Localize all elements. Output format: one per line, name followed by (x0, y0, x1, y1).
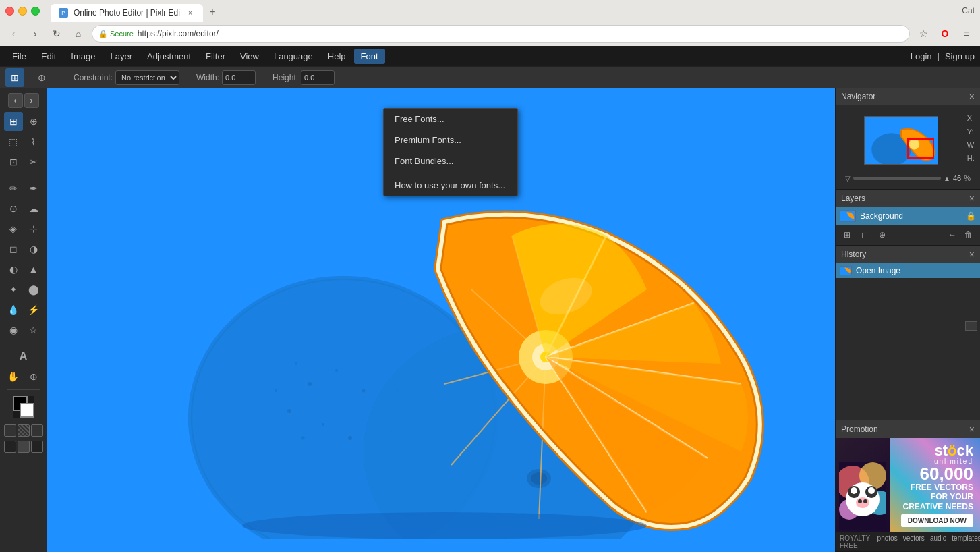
svg-point-39 (868, 487, 875, 494)
layer-mask-button[interactable]: ◻ (857, 227, 872, 242)
constraint-select[interactable]: No restriction (115, 70, 179, 85)
promo-photos-link[interactable]: photos (877, 534, 898, 549)
zoom-tool-button[interactable]: ⊕ (24, 367, 43, 386)
promo-audio-link[interactable]: audio (930, 534, 946, 549)
menu-filter[interactable]: Filter (199, 49, 232, 64)
magic-wand-button[interactable]: ⚡ (24, 300, 43, 319)
fill-tool-button[interactable]: ◑ (24, 240, 43, 258)
navigator-close-button[interactable]: × (969, 91, 975, 102)
zoom-slider[interactable] (853, 177, 941, 180)
pattern-btn-5[interactable] (18, 441, 30, 453)
pencil-tool-button[interactable]: ✏ (4, 179, 23, 198)
new-tab-button[interactable]: + (203, 3, 222, 22)
maximize-window-button[interactable] (31, 7, 40, 16)
dodge-tool-button[interactable]: ✦ (4, 280, 23, 299)
zoom-decrease-icon[interactable]: ▽ (845, 175, 851, 182)
menu-help[interactable]: Help (321, 49, 353, 64)
pattern-btn-1[interactable] (4, 424, 16, 437)
navigator-title: Navigator (841, 92, 875, 101)
stamp-button[interactable]: ☆ (24, 321, 43, 339)
free-fonts-item[interactable]: Free Fonts... (384, 109, 517, 130)
font-bundles-item[interactable]: Font Bundles... (384, 150, 517, 171)
menu-edit[interactable]: Edit (34, 49, 63, 64)
menu-image[interactable]: Image (64, 49, 102, 64)
svg-point-7 (287, 409, 291, 413)
address-bar[interactable]: 🔒 Secure https://pixlr.com/editor/ (92, 25, 910, 43)
menu-view[interactable]: View (233, 49, 266, 64)
secure-label: Secure (110, 30, 134, 38)
menu-language[interactable]: Language (267, 49, 320, 64)
nav-right-button[interactable]: › (24, 93, 39, 108)
background-color[interactable] (20, 403, 34, 418)
back-button[interactable]: ‹ (5, 26, 22, 42)
add-tool-button[interactable]: ⊕ (24, 112, 43, 131)
clone-tool-button[interactable]: ◈ (4, 219, 23, 238)
active-tab[interactable]: P Online Photo Editor | Pixlr Edi × (51, 4, 203, 22)
promo-cta-button[interactable]: DOWNLOAD NOW (901, 514, 973, 527)
pattern-btn-3[interactable] (31, 424, 43, 437)
text-tool-button[interactable]: A (14, 347, 33, 366)
layer-name: Background (860, 211, 962, 221)
promotion-close-button[interactable]: × (969, 424, 975, 435)
tab-close-button[interactable]: × (185, 8, 195, 18)
login-link[interactable]: Login (911, 51, 932, 61)
healing-tool-button[interactable]: ⊙ (4, 199, 23, 218)
cat-label: Cat (962, 6, 975, 16)
slice-tool-button[interactable]: ✂ (24, 153, 43, 171)
menu-adjustment[interactable]: Adjustment (140, 49, 198, 64)
red-eye-button[interactable]: ◉ (4, 321, 23, 339)
move-tool-button[interactable]: ⊞ (4, 112, 23, 131)
forward-button[interactable]: › (27, 26, 43, 42)
background-layer-item[interactable]: Background 🔒 (836, 207, 980, 225)
blur-tool-button[interactable]: ☁ (24, 199, 43, 218)
minimize-window-button[interactable] (18, 7, 27, 16)
how-to-use-fonts-item[interactable]: How to use your own fonts... (384, 175, 517, 196)
eyedropper-tool-button[interactable]: 💧 (4, 300, 23, 319)
width-input[interactable] (222, 70, 256, 85)
crop-tool-button[interactable]: ⊡ (4, 153, 23, 171)
layer-up-button[interactable]: ← (945, 227, 960, 242)
pattern-btn-2[interactable] (18, 424, 30, 437)
bookmark-button[interactable]: ☆ (915, 26, 931, 42)
pattern-btn-4[interactable] (4, 441, 16, 453)
premium-fonts-item[interactable]: Premium Fonts... (384, 130, 517, 150)
refresh-button[interactable]: ↻ (49, 26, 65, 42)
hand-tool-button[interactable]: ✋ (4, 367, 23, 386)
zoom-increase-icon[interactable]: ▲ (944, 175, 950, 182)
extensions-button[interactable]: ≡ (958, 26, 975, 42)
toolbar-sep-1 (65, 71, 65, 84)
promo-vectors-link[interactable]: vectors (903, 534, 925, 549)
layer-delete-button[interactable]: 🗑 (961, 227, 976, 242)
promo-templates-link[interactable]: templates (952, 534, 980, 549)
pattern-btn-6[interactable] (31, 441, 43, 453)
home-button[interactable]: ⌂ (70, 26, 86, 42)
height-input[interactable] (301, 70, 335, 85)
menu-file[interactable]: File (5, 49, 33, 64)
history-close-button[interactable]: × (969, 249, 975, 260)
brush-tool-button[interactable]: ✒ (24, 179, 43, 198)
signup-link[interactable]: Sign up (945, 51, 975, 61)
smudge-tool-button[interactable]: ⊹ (24, 219, 43, 238)
burn-tool-button[interactable]: ⬤ (24, 280, 43, 299)
history-item-label: Open Image (856, 266, 900, 275)
layer-group-button[interactable]: ⊞ (840, 227, 855, 242)
lasso-tool-button[interactable]: ⌇ (24, 132, 43, 151)
marquee-tool-button[interactable]: ⬚ (4, 132, 23, 151)
close-window-button[interactable] (5, 7, 14, 16)
sharpen-tool-button[interactable]: ▲ (24, 260, 43, 279)
shape-tool-button[interactable]: ◻ (4, 240, 23, 258)
h-label: H: (967, 154, 975, 162)
nav-left-button[interactable]: ‹ (8, 93, 23, 108)
constraint-label: Constraint: (74, 73, 113, 82)
menu-font[interactable]: Font (354, 49, 385, 64)
navigator-panel: Navigator × (836, 88, 980, 190)
tool-row-5: ⊙ ☁ (4, 199, 43, 218)
open-image-history-item[interactable]: Open Image (836, 263, 980, 278)
gradient-tool-button[interactable]: ◐ (4, 260, 23, 279)
svg-point-15 (295, 362, 297, 365)
color-swatch[interactable] (13, 396, 34, 418)
navigator-preview (864, 116, 938, 165)
menu-layer[interactable]: Layer (104, 49, 140, 64)
layer-adjust-button[interactable]: ⊕ (875, 227, 890, 242)
layers-close-button[interactable]: × (969, 193, 975, 204)
